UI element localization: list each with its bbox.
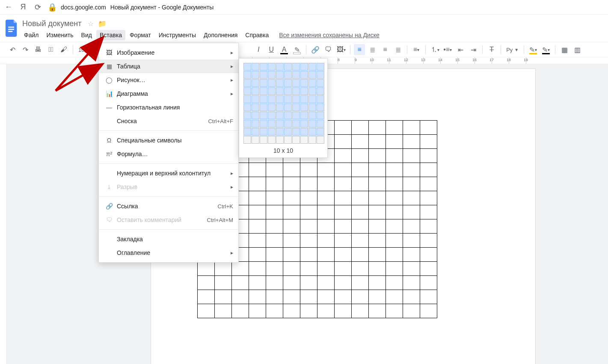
picker-cell[interactable] <box>260 95 267 103</box>
picker-cell[interactable] <box>308 79 316 87</box>
picker-cell[interactable] <box>300 95 308 103</box>
picker-cell[interactable] <box>284 79 292 87</box>
picker-cell[interactable] <box>317 104 324 111</box>
picker-cell[interactable] <box>300 79 308 87</box>
picker-cell[interactable] <box>276 63 284 71</box>
picker-cell[interactable] <box>268 112 276 119</box>
picker-cell[interactable] <box>317 71 324 79</box>
folder-icon[interactable]: 📁 <box>98 20 107 28</box>
pen-color-1-icon[interactable]: ✎▾ <box>528 44 539 55</box>
align-right-icon[interactable]: ≡ <box>380 44 391 55</box>
picker-cell[interactable] <box>292 95 300 103</box>
picker-cell[interactable] <box>317 87 324 95</box>
picker-cell[interactable] <box>268 79 276 87</box>
menu-tools[interactable]: Инструменты <box>155 30 199 40</box>
picker-cell[interactable] <box>317 136 324 144</box>
picker-cell[interactable] <box>284 136 292 144</box>
picker-cell[interactable] <box>276 128 284 136</box>
picker-cell[interactable] <box>252 136 259 144</box>
picker-cell[interactable] <box>260 120 267 127</box>
picker-cell[interactable] <box>260 112 267 119</box>
picker-cell[interactable] <box>284 87 292 95</box>
zoom-select[interactable]: 100%▼ <box>77 47 100 53</box>
cell-merge-icon[interactable]: ▥ <box>572 44 583 55</box>
picker-cell[interactable] <box>300 71 308 79</box>
menu-item-toc[interactable]: Оглавление ▸ <box>99 246 238 260</box>
picker-cell[interactable] <box>300 63 308 71</box>
picker-cell[interactable] <box>284 104 292 111</box>
picker-cell[interactable] <box>243 71 251 79</box>
menu-item-chart[interactable]: 📊 Диаграмма ▸ <box>99 87 238 101</box>
picker-cell[interactable] <box>308 104 316 111</box>
picker-cell[interactable] <box>276 104 284 111</box>
picker-cell[interactable] <box>300 136 308 144</box>
pen-color-2-icon[interactable]: ✎▾ <box>540 44 552 55</box>
menu-item-link[interactable]: 🔗 Ссылка Ctrl+K <box>99 199 238 213</box>
picker-cell[interactable] <box>300 120 308 127</box>
align-center-icon[interactable]: ≣ <box>367 44 378 55</box>
picker-cell[interactable] <box>276 87 284 95</box>
link-icon[interactable]: 🔗 <box>310 44 321 55</box>
input-tools[interactable]: Ру▼ <box>504 47 520 53</box>
picker-cell[interactable] <box>276 120 284 127</box>
align-justify-icon[interactable]: ≣ <box>392 44 403 55</box>
picker-cell[interactable] <box>268 104 276 111</box>
picker-cell[interactable] <box>260 128 267 136</box>
picker-cell[interactable] <box>317 112 324 119</box>
picker-cell[interactable] <box>308 128 316 136</box>
picker-cell[interactable] <box>243 112 251 119</box>
picker-cell[interactable] <box>308 95 316 103</box>
bulleted-list-icon[interactable]: •≡▾ <box>442 44 453 55</box>
picker-cell[interactable] <box>252 63 259 71</box>
text-color-icon[interactable]: A <box>279 44 290 55</box>
picker-cell[interactable] <box>268 71 276 79</box>
picker-cell[interactable] <box>308 136 316 144</box>
highlight-icon[interactable]: ✎ <box>291 44 303 55</box>
insert-image-icon[interactable]: 🖼▾ <box>335 44 347 55</box>
print-icon[interactable]: 🖶 <box>33 44 44 55</box>
picker-cell[interactable] <box>252 87 259 95</box>
document-title[interactable]: Новый документ <box>21 19 83 28</box>
picker-cell[interactable] <box>284 71 292 79</box>
picker-cell[interactable] <box>308 112 316 119</box>
picker-cell[interactable] <box>317 120 324 127</box>
picker-cell[interactable] <box>243 79 251 87</box>
menu-item-special-chars[interactable]: Ω Специальные символы <box>99 133 238 147</box>
picker-cell[interactable] <box>292 71 300 79</box>
picker-cell[interactable] <box>268 95 276 103</box>
picker-cell[interactable] <box>243 128 251 136</box>
menu-item-header-footer[interactable]: Нумерация и верхний колонтитул ▸ <box>99 166 238 180</box>
picker-cell[interactable] <box>308 87 316 95</box>
picker-cell[interactable] <box>300 104 308 111</box>
cell-border-icon[interactable]: ▦ <box>559 44 570 55</box>
picker-cell[interactable] <box>252 120 259 127</box>
picker-cell[interactable] <box>284 63 292 71</box>
comment-icon[interactable]: 🗨 <box>323 44 334 55</box>
picker-cell[interactable] <box>300 112 308 119</box>
picker-cell[interactable] <box>292 128 300 136</box>
picker-cell[interactable] <box>243 104 251 111</box>
align-left-icon[interactable]: ≡ <box>354 44 365 55</box>
picker-cell[interactable] <box>252 79 259 87</box>
menu-edit[interactable]: Изменить <box>43 30 77 40</box>
menu-format[interactable]: Формат <box>126 30 154 40</box>
picker-cell[interactable] <box>268 63 276 71</box>
picker-cell[interactable] <box>292 104 300 111</box>
menu-help[interactable]: Справка <box>242 30 272 40</box>
back-icon[interactable]: ← <box>4 3 13 12</box>
picker-cell[interactable] <box>276 79 284 87</box>
yandex-icon[interactable]: Я <box>19 3 27 12</box>
picker-cell[interactable] <box>243 87 251 95</box>
menu-item-bookmark[interactable]: Закладка <box>99 232 238 246</box>
reload-icon[interactable]: ⟳ <box>33 3 42 12</box>
picker-cell[interactable] <box>268 120 276 127</box>
ruler-vertical[interactable] <box>0 64 7 364</box>
menu-insert[interactable]: Вставка <box>96 30 125 40</box>
picker-cell[interactable] <box>276 71 284 79</box>
paint-format-icon[interactable]: 🖌 <box>58 44 69 55</box>
picker-cell[interactable] <box>252 112 259 119</box>
italic-icon[interactable]: I <box>253 44 264 55</box>
picker-cell[interactable] <box>260 71 267 79</box>
save-status[interactable]: Все изменения сохранены на Диске <box>279 32 380 38</box>
menu-item-image[interactable]: 🖼 Изображение ▸ <box>99 46 238 59</box>
